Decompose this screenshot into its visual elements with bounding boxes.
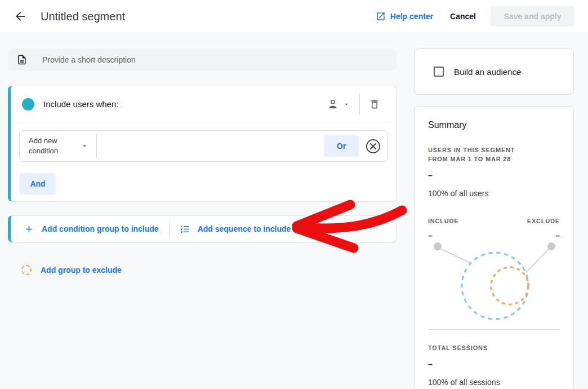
build-audience-checkbox[interactable] bbox=[434, 67, 444, 77]
add-condition-group-button[interactable]: Add condition group to include bbox=[24, 224, 159, 235]
add-sequence-button[interactable]: Add sequence to include bbox=[180, 224, 291, 235]
description-placeholder: Provide a short description bbox=[42, 55, 136, 64]
include-group-header: Include users when: bbox=[11, 86, 396, 122]
top-bar: Untitled segment Help center Cancel Save… bbox=[0, 0, 588, 33]
include-value: – bbox=[428, 231, 433, 240]
total-sessions-label: TOTAL SESSIONS bbox=[428, 343, 560, 352]
summary-card: Summary USERS IN THIS SEGMENT FROM MAR 1… bbox=[414, 106, 574, 389]
page-title: Untitled segment bbox=[41, 10, 125, 23]
add-condition-group-label: Add condition group to include bbox=[42, 224, 159, 233]
exclude-label: EXCLUDE bbox=[527, 216, 560, 226]
include-scope-dot bbox=[22, 98, 34, 110]
exclude-circle bbox=[491, 267, 528, 304]
include-group-body: Add new condition Or And bbox=[11, 122, 396, 201]
numbered-list-icon bbox=[180, 224, 190, 235]
add-group-exclude-label: Add group to exclude bbox=[41, 266, 122, 275]
add-sequence-label: Add sequence to include bbox=[198, 224, 291, 233]
users-in-segment-label: USERS IN THIS SEGMENT FROM MAR 1 TO MAR … bbox=[428, 145, 560, 163]
plus-icon bbox=[24, 224, 34, 235]
include-group-title: Include users when: bbox=[43, 99, 118, 109]
summary-divider bbox=[428, 329, 560, 330]
or-button[interactable]: Or bbox=[324, 135, 359, 157]
segment-venn-diagram bbox=[428, 242, 561, 327]
remove-condition-icon[interactable] bbox=[366, 139, 381, 154]
scope-selector[interactable] bbox=[327, 98, 350, 110]
open-in-new-icon bbox=[376, 11, 386, 21]
include-label: INCLUDE bbox=[428, 216, 459, 226]
back-icon[interactable] bbox=[14, 10, 27, 23]
cancel-button[interactable]: Cancel bbox=[450, 12, 476, 21]
include-callout-dot bbox=[434, 242, 442, 250]
save-and-apply-button[interactable]: Save and apply bbox=[491, 6, 574, 26]
person-icon bbox=[327, 98, 339, 110]
summary-title: Summary bbox=[428, 120, 560, 130]
users-value: – bbox=[428, 171, 560, 180]
and-button[interactable]: And bbox=[20, 173, 56, 194]
actions-divider bbox=[169, 221, 170, 237]
exclude-value: – bbox=[555, 231, 560, 240]
chevron-down-icon bbox=[81, 142, 88, 150]
group-actions-card: Add condition group to include Add seque… bbox=[8, 215, 397, 242]
sessions-value: – bbox=[428, 360, 560, 369]
segment-description-input[interactable]: Provide a short description bbox=[8, 48, 397, 71]
sessions-percent: 100% of all sessions bbox=[428, 378, 560, 387]
build-audience-label: Build an audience bbox=[454, 67, 521, 77]
add-group-to-exclude-button[interactable]: Add group to exclude bbox=[21, 265, 397, 275]
segment-builder-screen: Untitled segment Help center Cancel Save… bbox=[0, 0, 588, 389]
description-icon bbox=[16, 54, 28, 65]
include-circle bbox=[462, 253, 528, 319]
dashed-circle-icon bbox=[21, 265, 32, 275]
add-condition-label: Add new condition bbox=[29, 136, 75, 156]
chevron-down-icon bbox=[342, 100, 350, 108]
condition-divider bbox=[96, 134, 97, 158]
help-center-link[interactable]: Help center bbox=[376, 11, 433, 21]
delete-group-icon[interactable] bbox=[369, 99, 380, 110]
include-group-card: Include users when: bbox=[8, 86, 397, 202]
condition-row: Add new condition Or bbox=[19, 130, 388, 162]
header-divider bbox=[359, 94, 360, 115]
help-center-label: Help center bbox=[390, 12, 433, 21]
add-condition-dropdown[interactable]: Add new condition bbox=[20, 136, 96, 156]
users-percent: 100% of all users bbox=[428, 189, 560, 198]
exclude-callout-dot bbox=[547, 242, 555, 250]
main-content: Provide a short description Include user… bbox=[0, 34, 588, 389]
build-audience-card: Build an audience bbox=[414, 48, 574, 95]
